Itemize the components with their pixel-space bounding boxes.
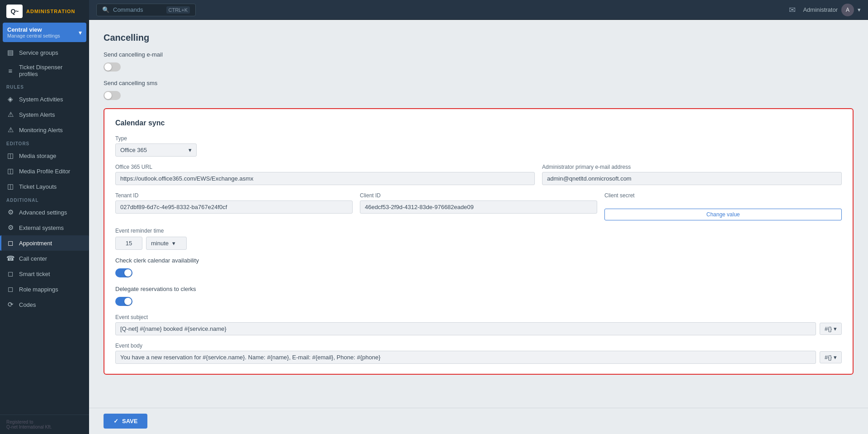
event-reminder-section: Event reminder time minute ▾ bbox=[115, 228, 842, 250]
rules-section-label: RULES bbox=[0, 81, 89, 91]
event-subject-label: Event subject bbox=[115, 314, 842, 320]
save-checkmark-icon: ✓ bbox=[113, 418, 118, 424]
calendar-sync-card: Calendar sync Type Office 365 ▾ Office 3… bbox=[104, 108, 854, 375]
sidebar-item-label: Ticket Layouts bbox=[19, 183, 57, 190]
event-reminder-unit-select[interactable]: minute ▾ bbox=[146, 237, 187, 250]
event-body-template-arrow-icon: ▾ bbox=[834, 354, 837, 361]
sidebar-item-external-systems[interactable]: ⚙ External systems bbox=[0, 220, 89, 235]
sidebar-item-monitoring-alerts[interactable]: ⚠ Monitoring Alerts bbox=[0, 122, 89, 138]
ticket-dispenser-icon: ≡ bbox=[6, 67, 14, 75]
search-shortcut: CTRL+K bbox=[166, 6, 190, 14]
sidebar-item-label: Role mappings bbox=[19, 286, 58, 293]
office365-url-label: Office 365 URL bbox=[115, 164, 535, 170]
advanced-settings-icon: ⚙ bbox=[6, 208, 14, 216]
central-view-arrow-icon: ▾ bbox=[79, 29, 82, 36]
monitoring-alerts-icon: ⚠ bbox=[6, 126, 14, 134]
event-reminder-row: minute ▾ bbox=[115, 237, 842, 250]
delegate-row: Delegate reservations to clerks bbox=[115, 286, 842, 306]
sidebar-item-label: Monitoring Alerts bbox=[19, 127, 63, 134]
event-subject-template-btn[interactable]: #{} ▾ bbox=[820, 323, 842, 335]
sidebar-item-service-groups[interactable]: ▤ Service groups bbox=[0, 45, 89, 60]
sidebar-item-system-alerts[interactable]: ⚠ System Alerts bbox=[0, 107, 89, 122]
admin-email-value: admin@qnetltd.onmicrosoft.com bbox=[542, 172, 842, 185]
sidebar: Q~ ADMINISTRATION Central view Manage ce… bbox=[0, 0, 89, 434]
sidebar-item-call-center[interactable]: ☎ Call center bbox=[0, 251, 89, 266]
save-button[interactable]: ✓ SAVE bbox=[104, 414, 147, 429]
check-clerk-label: Check clerk calendar availability bbox=[115, 257, 842, 264]
check-clerk-toggle[interactable] bbox=[115, 268, 132, 277]
send-sms-row: Send cancelling sms bbox=[104, 80, 854, 100]
sidebar-item-label: Media storage bbox=[19, 153, 56, 159]
type-dropdown-icon: ▾ bbox=[189, 147, 192, 153]
sidebar-item-label: System Activities bbox=[19, 96, 63, 103]
sidebar-item-ticket-layouts[interactable]: ◫ Ticket Layouts bbox=[0, 179, 89, 194]
sidebar-item-appointment[interactable]: ◻ Appointment bbox=[0, 235, 89, 251]
send-sms-toggle[interactable] bbox=[104, 91, 121, 100]
tenant-client-row: Tenant ID 027dbf89-6d7c-4e95-8332-ba767e… bbox=[115, 192, 842, 220]
event-reminder-input[interactable] bbox=[115, 237, 142, 250]
sidebar-item-system-activities[interactable]: ◈ System Activities bbox=[0, 91, 89, 107]
sidebar-item-label: External systems bbox=[19, 224, 64, 231]
logo-icon: Q~ bbox=[6, 5, 23, 18]
ticket-layouts-icon: ◫ bbox=[6, 182, 14, 191]
event-body-template-btn[interactable]: #{} ▾ bbox=[820, 351, 842, 363]
event-body-label: Event body bbox=[115, 343, 842, 349]
smart-ticket-icon: ◻ bbox=[6, 270, 14, 278]
media-storage-icon: ◫ bbox=[6, 152, 14, 160]
sidebar-section-main: ▤ Service groups ≡ Ticket Dispenser prof… bbox=[0, 45, 89, 81]
sidebar-item-label: Smart ticket bbox=[19, 271, 50, 277]
sidebar-item-role-mappings[interactable]: ◻ Role mappings bbox=[0, 281, 89, 297]
send-sms-label: Send cancelling sms bbox=[104, 80, 854, 86]
sidebar-logo: Q~ ADMINISTRATION bbox=[0, 0, 89, 22]
sidebar-item-smart-ticket[interactable]: ◻ Smart ticket bbox=[0, 266, 89, 281]
check-clerk-row: Check clerk calendar availability bbox=[115, 257, 842, 277]
office365-url-field: Office 365 URL https://outlook.office365… bbox=[115, 164, 535, 185]
delegate-label: Delegate reservations to clerks bbox=[115, 286, 842, 292]
sidebar-item-label: Media Profile Editor bbox=[19, 168, 70, 175]
admin-email-label: Administrator primary e-mail address bbox=[542, 164, 842, 170]
save-label: SAVE bbox=[122, 418, 137, 424]
codes-icon: ⟳ bbox=[6, 300, 14, 309]
tenant-id-field: Tenant ID 027dbf89-6d7c-4e95-8332-ba767e… bbox=[115, 192, 353, 220]
cancelling-title: Cancelling bbox=[104, 33, 854, 43]
user-dropdown-icon: ▾ bbox=[858, 6, 861, 13]
client-id-label: Client ID bbox=[360, 192, 597, 199]
tenant-id-label: Tenant ID bbox=[115, 192, 353, 199]
topbar: 🔍 Commands CTRL+K ✉ Administrator A ▾ bbox=[89, 0, 868, 20]
sidebar-item-codes[interactable]: ⟳ Codes bbox=[0, 297, 89, 312]
appointment-icon: ◻ bbox=[6, 239, 14, 247]
sidebar-item-media-profile[interactable]: ◫ Media Profile Editor bbox=[0, 163, 89, 179]
registered-to-label: Registered to bbox=[6, 420, 83, 424]
media-profile-icon: ◫ bbox=[6, 167, 14, 175]
change-value-button[interactable]: Change value bbox=[604, 209, 842, 220]
sidebar-item-label: Call center bbox=[19, 255, 47, 262]
sidebar-item-ticket-dispenser[interactable]: ≡ Ticket Dispenser profiles bbox=[0, 60, 89, 81]
template-btn-label: #{} bbox=[825, 325, 832, 332]
search-label: Commands bbox=[113, 6, 143, 13]
event-body-row: You have a new reservation for #{service… bbox=[115, 351, 842, 364]
save-bar: ✓ SAVE bbox=[89, 408, 868, 434]
topbar-user[interactable]: Administrator A ▾ bbox=[803, 4, 861, 16]
send-email-label: Send cancelling e-mail bbox=[104, 51, 854, 58]
sidebar-item-media-storage[interactable]: ◫ Media storage bbox=[0, 148, 89, 163]
sidebar-item-advanced-settings[interactable]: ⚙ Advanced settings bbox=[0, 205, 89, 220]
event-subject-value[interactable]: [Q-net] #{name} booked #{service.name} bbox=[115, 322, 816, 335]
central-view-subtitle: Manage central settings bbox=[7, 33, 60, 38]
event-body-template-label: #{} bbox=[825, 354, 832, 361]
external-systems-icon: ⚙ bbox=[6, 224, 14, 232]
send-email-toggle[interactable] bbox=[104, 62, 121, 72]
service-groups-icon: ▤ bbox=[6, 48, 14, 57]
sidebar-footer: Registered to Q-net International Kft. bbox=[0, 415, 89, 434]
event-reminder-unit-arrow: ▾ bbox=[172, 240, 175, 247]
type-select[interactable]: Office 365 ▾ bbox=[115, 143, 197, 157]
delegate-toggle[interactable] bbox=[115, 297, 132, 306]
additional-section-label: ADDITIONAL bbox=[0, 194, 89, 205]
sidebar-central-view[interactable]: Central view Manage central settings ▾ bbox=[3, 23, 86, 42]
calendar-sync-title: Calendar sync bbox=[115, 119, 842, 127]
event-reminder-unit-value: minute bbox=[151, 240, 169, 247]
event-subject-section: Event subject [Q-net] #{name} booked #{s… bbox=[115, 314, 842, 335]
search-bar[interactable]: 🔍 Commands CTRL+K bbox=[96, 4, 196, 16]
event-body-value[interactable]: You have a new reservation for #{service… bbox=[115, 351, 816, 364]
sidebar-item-label: Codes bbox=[19, 301, 36, 308]
mail-icon[interactable]: ✉ bbox=[789, 5, 796, 15]
